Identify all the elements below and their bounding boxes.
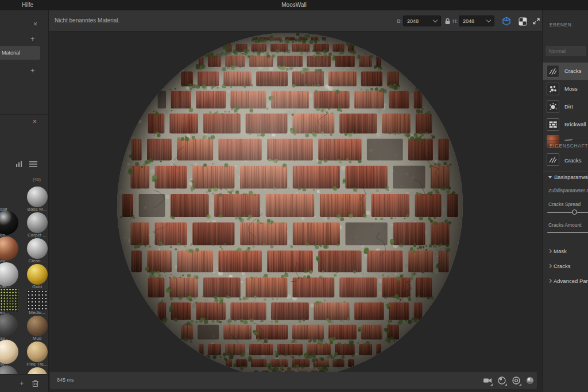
width-label: B: bbox=[397, 18, 402, 24]
layer-label: Dirt bbox=[564, 103, 573, 110]
cracks-section-header[interactable]: Cracks bbox=[548, 263, 571, 269]
mask-section-header[interactable]: Mask bbox=[548, 248, 567, 254]
environment-rotation-icon[interactable] bbox=[497, 375, 507, 386]
moss-layer-icon bbox=[547, 83, 559, 95]
material-sphere-3d-preview[interactable] bbox=[114, 32, 466, 381]
material-thumbnail[interactable] bbox=[27, 316, 48, 336]
blend-mode-value: Normal bbox=[549, 48, 566, 54]
close-icon[interactable]: × bbox=[33, 21, 37, 28]
brickwall-layer-icon bbox=[547, 118, 559, 131]
triangle-down-icon bbox=[548, 176, 552, 178]
3d-viewport: 845 ms bbox=[49, 32, 542, 392]
material-label: Mud bbox=[25, 336, 49, 341]
section-label: Advanced Parameters bbox=[554, 278, 588, 284]
height-label: H: bbox=[452, 18, 458, 24]
document-title: MoosWall bbox=[0, 2, 588, 8]
slider-handle[interactable] bbox=[572, 209, 577, 215]
layer-row-moss[interactable]: Moss bbox=[543, 80, 588, 98]
viewport-toolbar: Nicht benanntes Material. B: 2048 H: 204… bbox=[49, 10, 542, 32]
selected-layer-name: Cracks bbox=[564, 157, 582, 164]
menubar: Hilfe MoosWall bbox=[0, 0, 588, 10]
material-thumbnail[interactable] bbox=[0, 211, 18, 235]
material-thumbnail[interactable] bbox=[27, 212, 48, 233]
material-thumbnail[interactable] bbox=[0, 340, 18, 364]
width-resolution-select[interactable]: 2048 bbox=[403, 15, 441, 26]
material-thumbnail[interactable] bbox=[27, 187, 48, 207]
add-item-button[interactable]: + bbox=[30, 67, 35, 74]
chevron-right-icon bbox=[548, 249, 552, 253]
material-thumbnail[interactable] bbox=[27, 264, 48, 285]
height-resolution-select[interactable]: 2048 bbox=[459, 15, 494, 26]
material-thumbnail[interactable] bbox=[0, 262, 18, 286]
right-panel: EBENEN Normal Cracks Moss bbox=[542, 10, 588, 392]
sort-view-icon[interactable] bbox=[16, 161, 23, 168]
cracks-amount-slider[interactable] bbox=[547, 232, 588, 233]
width-resolution-value: 2048 bbox=[407, 18, 419, 24]
height-resolution-value: 2048 bbox=[463, 18, 474, 24]
close-icon[interactable]: × bbox=[33, 118, 37, 125]
chevron-right-icon bbox=[548, 264, 552, 268]
dirt-layer-icon bbox=[547, 100, 559, 113]
layer-row-cracks[interactable]: Cracks bbox=[543, 63, 588, 80]
library-footer: + bbox=[0, 374, 48, 392]
material-name-label: Nicht benanntes Material. bbox=[55, 17, 119, 24]
expand-viewport-icon[interactable] bbox=[531, 16, 541, 26]
layer-row-brickwall[interactable]: Brickwall bbox=[543, 116, 588, 133]
material-list-panel: × + Material + bbox=[0, 10, 48, 115]
asset-count-label: (40) bbox=[33, 177, 41, 182]
add-material-button[interactable]: + bbox=[30, 35, 35, 42]
material-label: Pine Tre... bbox=[25, 362, 49, 367]
material-thumbnail[interactable] bbox=[0, 288, 18, 312]
lock-aspect-icon[interactable] bbox=[444, 17, 451, 25]
material-label: Carpet ... bbox=[25, 232, 49, 238]
chevron-down-icon bbox=[486, 18, 491, 22]
layer-row-dirt[interactable]: Dirt bbox=[543, 98, 588, 115]
left-sidebar: × + Material + × bbox=[0, 10, 49, 392]
camera-icon[interactable] bbox=[482, 375, 493, 386]
cracks-layer-icon bbox=[547, 65, 559, 77]
material-label: Clean ... bbox=[25, 258, 49, 263]
material-thumbnail[interactable] bbox=[0, 236, 18, 261]
material-thumbnail[interactable] bbox=[0, 314, 18, 338]
randomize-parameters-button[interactable]: Zufallsparameter ändern bbox=[548, 188, 588, 193]
chevron-down-icon bbox=[433, 18, 438, 22]
material-label: Gold bbox=[25, 284, 49, 289]
basisparameter-group-header[interactable]: Basisparameter bbox=[548, 174, 588, 180]
material-label: Mediu... bbox=[25, 310, 49, 315]
3d-view-toggle-icon[interactable] bbox=[501, 16, 512, 26]
material-thumbnail[interactable] bbox=[27, 238, 48, 259]
render-time-label: 845 ms bbox=[57, 377, 74, 383]
material-label: Base M... bbox=[25, 207, 49, 212]
material-thumbnail[interactable] bbox=[27, 290, 48, 311]
section-label: Cracks bbox=[554, 263, 571, 269]
current-material-row[interactable]: Material bbox=[0, 46, 40, 60]
layers-panel-title: EBENEN bbox=[550, 22, 572, 28]
cracks-spread-slider[interactable] bbox=[547, 212, 588, 213]
blend-mode-select[interactable]: Normal bbox=[546, 46, 586, 56]
cracks-amount-label: Cracks Amount bbox=[548, 222, 582, 228]
display-settings-icon[interactable] bbox=[511, 375, 521, 386]
chevron-right-icon bbox=[548, 279, 552, 283]
asset-library-panel: × (40) salt Base M... bbox=[0, 115, 48, 392]
cracks-spread-label: Cracks Spread bbox=[548, 201, 581, 207]
properties-panel-title: EIGENSCHAFTEN bbox=[550, 143, 588, 149]
2d-view-toggle-icon[interactable] bbox=[517, 16, 528, 26]
material-thumbnail[interactable] bbox=[0, 185, 18, 209]
current-material-label: Material bbox=[0, 50, 20, 56]
add-asset-button[interactable]: + bbox=[20, 379, 24, 387]
list-view-icon[interactable] bbox=[29, 161, 37, 168]
viewport-statusbar: 845 ms bbox=[50, 372, 537, 389]
section-label: Mask bbox=[554, 248, 567, 254]
trash-icon[interactable] bbox=[32, 379, 38, 387]
advanced-parameters-section-header[interactable]: Advanced Parameters bbox=[548, 278, 588, 284]
selected-layer-icon bbox=[547, 153, 559, 166]
environment-icon[interactable] bbox=[525, 375, 535, 386]
group-label: Basisparameter bbox=[554, 174, 588, 180]
layer-label: Moss bbox=[564, 86, 578, 92]
layer-label: Cracks bbox=[564, 68, 582, 74]
application-window: Hilfe MoosWall Nicht benanntes Material.… bbox=[0, 0, 588, 392]
layer-label: Brickwall bbox=[564, 121, 586, 127]
material-thumbnail[interactable] bbox=[27, 341, 48, 362]
